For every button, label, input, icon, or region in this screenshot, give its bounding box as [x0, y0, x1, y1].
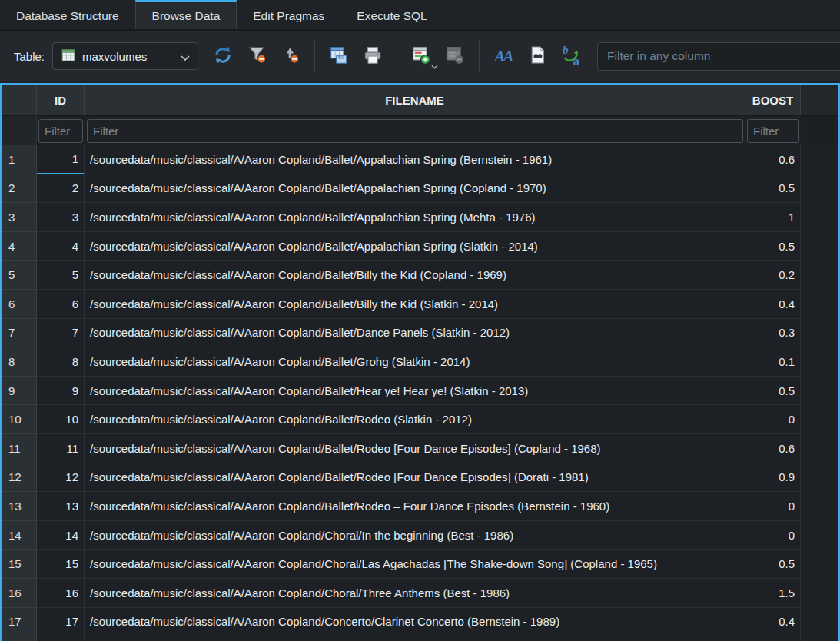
row-number-cell[interactable]: 9: [2, 377, 37, 406]
font-settings-button[interactable]: AA: [490, 42, 517, 70]
boost-cell[interactable]: 0.2: [745, 261, 801, 290]
id-cell[interactable]: 4: [37, 232, 85, 261]
column-header-id[interactable]: ID: [37, 85, 85, 115]
print-button[interactable]: [359, 42, 387, 70]
row-number-cell[interactable]: 13: [2, 492, 37, 521]
id-cell[interactable]: 8: [37, 347, 85, 377]
row-number-cell[interactable]: 12: [2, 463, 37, 493]
row-number-cell[interactable]: 2: [2, 174, 37, 204]
table-row: 1616/sourcedata/music/classical/A/Aaron …: [2, 579, 838, 608]
filename-cell[interactable]: /sourcedata/music/classical/A/Aaron Copl…: [85, 232, 745, 261]
boost-cell[interactable]: 0.5: [745, 232, 801, 261]
id-cell[interactable]: 12: [37, 463, 85, 493]
filename-cell[interactable]: /sourcedata/music/classical/A/Aaron Copl…: [85, 290, 745, 319]
column-header-filename[interactable]: FILENAME: [85, 85, 745, 115]
filename-cell[interactable]: /sourcedata/music/classical/A/Aaron Copl…: [85, 521, 745, 550]
boost-cell[interactable]: 0.6: [745, 434, 801, 463]
id-cell[interactable]: 5: [37, 261, 85, 290]
filename-cell[interactable]: /sourcedata/music/classical/A/Aaron Copl…: [85, 261, 745, 290]
filter-any-column-input[interactable]: [597, 42, 840, 71]
boost-cell[interactable]: 1.5: [745, 579, 801, 608]
filename-cell[interactable]: /sourcedata/music/classical/A/Aaron Copl…: [85, 579, 745, 608]
row-filler: [801, 492, 838, 521]
row-number-cell[interactable]: 4: [2, 232, 37, 261]
table-selector-value: maxvolumes: [82, 50, 174, 63]
row-number-cell[interactable]: 14: [2, 521, 37, 550]
boost-cell[interactable]: 0.5: [745, 550, 801, 579]
print-icon: [363, 45, 383, 68]
clear-sorting-button[interactable]: [277, 42, 304, 70]
id-cell[interactable]: 14: [37, 521, 85, 550]
row-number-cell[interactable]: 3: [2, 203, 37, 232]
filename-cell[interactable]: /sourcedata/music/classical/A/Aaron Copl…: [85, 347, 745, 377]
filter-row-filler: [801, 116, 838, 145]
row-number-cell[interactable]: 8: [2, 347, 37, 377]
row-number-cell[interactable]: 6: [2, 290, 37, 319]
boost-cell[interactable]: 0.1: [745, 347, 801, 377]
insert-record-button[interactable]: [407, 42, 435, 70]
filename-cell[interactable]: /sourcedata/music/classical/A/Aaron Copl…: [85, 608, 745, 637]
tab-execute-sql[interactable]: Execute SQL: [340, 0, 443, 29]
filter-input-filename[interactable]: [87, 119, 743, 143]
boost-cell[interactable]: 0.9: [745, 463, 801, 493]
id-cell[interactable]: 6: [37, 290, 85, 319]
boost-cell[interactable]: 0.5: [745, 174, 801, 204]
filename-cell[interactable]: /sourcedata/music/classical/A/Aaron Copl…: [85, 145, 745, 174]
id-cell[interactable]: 2: [37, 174, 85, 204]
boost-cell[interactable]: 0: [745, 492, 801, 521]
boost-cell[interactable]: 0.4: [745, 608, 801, 637]
clear-filters-button[interactable]: [243, 42, 271, 70]
filter-input-boost[interactable]: [747, 119, 799, 143]
row-number-cell[interactable]: 16: [2, 579, 37, 608]
filename-cell[interactable]: /sourcedata/music/classical/A/Aaron Copl…: [85, 377, 745, 406]
tab-browse-data[interactable]: Browse Data: [135, 0, 237, 29]
find-in-cells-button[interactable]: [523, 42, 551, 70]
row-number-cell[interactable]: 7: [2, 319, 37, 348]
row-number-cell[interactable]: 10: [2, 405, 37, 434]
id-cell[interactable]: 16: [37, 579, 85, 608]
row-number-cell[interactable]: 17: [2, 608, 37, 637]
id-cell[interactable]: 7: [37, 319, 85, 348]
row-number-cell[interactable]: 15: [2, 550, 37, 579]
row-number-cell[interactable]: 1: [2, 145, 37, 174]
boost-cell[interactable]: 0.5: [745, 377, 801, 406]
id-cell[interactable]: 11: [37, 434, 85, 463]
grid-rows: 11/sourcedata/music/classical/A/Aaron Co…: [2, 145, 838, 641]
filename-cell[interactable]: /sourcedata/music/classical/A/Aaron Copl…: [85, 550, 745, 579]
filter-input-id[interactable]: [38, 119, 83, 143]
boost-cell[interactable]: 0: [745, 521, 801, 550]
save-table-view-button[interactable]: [325, 42, 353, 70]
replace-button[interactable]: b a: [557, 42, 585, 70]
boost-cell[interactable]: 0.6: [745, 145, 801, 174]
row-number-cell[interactable]: 5: [2, 261, 37, 290]
filename-cell[interactable]: /sourcedata/music/classical/A/Aaron Copl…: [85, 319, 745, 348]
id-cell[interactable]: 9: [37, 377, 85, 406]
filename-cell[interactable]: /sourcedata/music/classical/A/Aaron Copl…: [85, 463, 745, 493]
id-cell[interactable]: 13: [37, 492, 85, 521]
tab-database-structure[interactable]: Database Structure: [0, 0, 135, 29]
filename-cell[interactable]: /sourcedata/music/classical/A/Aaron Copl…: [85, 434, 745, 463]
delete-record-button[interactable]: [441, 42, 469, 70]
table-label: Table:: [14, 50, 45, 63]
id-cell[interactable]: 17: [37, 608, 85, 637]
column-header-boost[interactable]: BOOST: [745, 85, 801, 115]
boost-cell[interactable]: 0: [745, 405, 801, 434]
row-filler: [801, 550, 838, 579]
id-cell[interactable]: 10: [37, 405, 85, 434]
id-cell[interactable]: 15: [37, 550, 85, 579]
boost-cell[interactable]: 0.4: [745, 290, 801, 319]
id-cell[interactable]: 3: [37, 203, 85, 232]
tab-edit-pragmas[interactable]: Edit Pragmas: [237, 0, 340, 29]
table-selector[interactable]: maxvolumes: [52, 42, 198, 70]
row-filler: [801, 463, 838, 493]
filename-cell[interactable]: /sourcedata/music/classical/A/Aaron Copl…: [85, 492, 745, 521]
filename-cell[interactable]: /sourcedata/music/classical/A/Aaron Copl…: [85, 203, 745, 232]
filename-cell[interactable]: /sourcedata/music/classical/A/Aaron Copl…: [85, 174, 745, 204]
refresh-button[interactable]: [209, 42, 237, 70]
db-browser-window: Database StructureBrowse DataEdit Pragma…: [0, 0, 840, 641]
id-cell[interactable]: 1: [37, 145, 85, 174]
boost-cell[interactable]: 1: [745, 203, 801, 232]
boost-cell[interactable]: 0.3: [745, 319, 801, 348]
filename-cell[interactable]: /sourcedata/music/classical/A/Aaron Copl…: [85, 405, 745, 434]
row-number-cell[interactable]: 11: [2, 434, 37, 463]
